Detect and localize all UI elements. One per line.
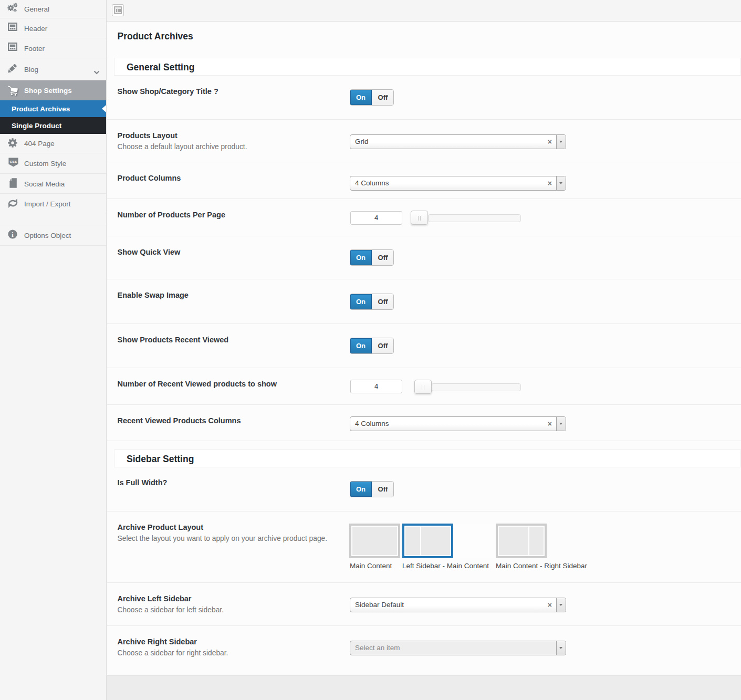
svg-text:i: i bbox=[12, 231, 14, 238]
svg-text:css: css bbox=[9, 159, 17, 164]
